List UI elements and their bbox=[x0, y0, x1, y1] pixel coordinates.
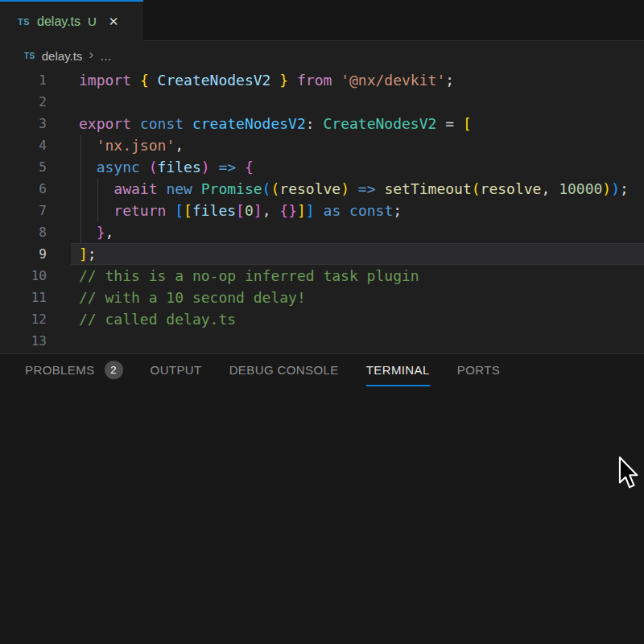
breadcrumb-symbol-ellipsis[interactable]: … bbox=[100, 49, 112, 63]
panel-tab-label: DEBUG CONSOLE bbox=[229, 363, 339, 377]
code-text: }, bbox=[79, 221, 114, 243]
current-line-highlight bbox=[71, 243, 644, 265]
problems-count-badge: 2 bbox=[105, 361, 123, 379]
line-number: 8 bbox=[0, 221, 47, 243]
close-icon[interactable]: ✕ bbox=[109, 15, 119, 27]
line-number: 12 bbox=[0, 308, 47, 330]
code-text: await new Promise((resolve) => setTimeou… bbox=[79, 178, 629, 200]
breadcrumb-file[interactable]: delay.ts bbox=[42, 49, 83, 63]
line-number: 6 bbox=[0, 178, 47, 200]
code-line[interactable]: 10// this is a no-op inferred task plugi… bbox=[0, 265, 644, 287]
code-text: import { CreateNodesV2 } from '@nx/devki… bbox=[79, 69, 454, 91]
panel-tab-terminal[interactable]: TERMINAL bbox=[366, 354, 430, 386]
code-line[interactable]: 3export const createNodesV2: CreateNodes… bbox=[0, 113, 644, 134]
panel-tabs: PROBLEMS2OUTPUTDEBUG CONSOLETERMINALPORT… bbox=[0, 354, 644, 386]
panel-tab-output[interactable]: OUTPUT bbox=[151, 354, 202, 386]
chevron-right-icon: › bbox=[89, 47, 93, 63]
code-lines[interactable]: 1import { CreateNodesV2 } from '@nx/devk… bbox=[0, 69, 644, 352]
panel-tab-label: TERMINAL bbox=[366, 363, 430, 377]
line-number: 1 bbox=[0, 69, 47, 91]
code-line[interactable]: 11// with a 10 second delay! bbox=[0, 287, 644, 308]
line-number: 9 bbox=[0, 243, 47, 265]
code-text: // this is a no-op inferred task plugin bbox=[79, 265, 419, 287]
panel-tab-label: PROBLEMS bbox=[25, 363, 95, 377]
typescript-file-icon: TS bbox=[24, 52, 35, 60]
code-line[interactable]: 8 }, bbox=[0, 221, 644, 243]
code-line[interactable]: 1import { CreateNodesV2 } from '@nx/devk… bbox=[0, 69, 644, 91]
panel-tab-problems[interactable]: PROBLEMS2 bbox=[25, 354, 123, 386]
line-number: 2 bbox=[0, 91, 47, 113]
code-line[interactable]: 7 return [[files[0], {}]] as const; bbox=[0, 200, 644, 221]
line-number: 7 bbox=[0, 200, 47, 221]
code-line[interactable]: 4 'nx.json', bbox=[0, 134, 644, 156]
panel-tab-label: PORTS bbox=[457, 363, 500, 377]
code-line[interactable]: 12// called delay.ts bbox=[0, 308, 644, 330]
code-line[interactable]: 6 await new Promise((resolve) => setTime… bbox=[0, 178, 644, 200]
line-number: 11 bbox=[0, 287, 47, 308]
line-number: 5 bbox=[0, 156, 47, 178]
typescript-file-icon: TS bbox=[18, 17, 30, 27]
code-text: async (files) => { bbox=[79, 156, 254, 178]
code-text: // called delay.ts bbox=[79, 308, 236, 330]
line-number: 4 bbox=[0, 134, 47, 156]
code-text: export const createNodesV2: CreateNodesV… bbox=[79, 113, 472, 134]
code-line[interactable]: 13 bbox=[0, 330, 644, 352]
mouse-cursor-icon bbox=[618, 456, 639, 493]
git-untracked-badge: U bbox=[88, 14, 97, 28]
bottom-panel: PROBLEMS2OUTPUTDEBUG CONSOLETERMINALPORT… bbox=[0, 353, 644, 644]
breadcrumb[interactable]: TS delay.ts › … bbox=[0, 42, 644, 69]
code-text: 'nx.json', bbox=[79, 134, 184, 156]
tab-title: delay.ts bbox=[37, 14, 80, 29]
code-text: // with a 10 second delay! bbox=[79, 287, 306, 308]
code-text: ]; bbox=[79, 243, 97, 265]
editor-tab-delay-ts[interactable]: TS delay.ts U ✕ bbox=[0, 0, 143, 41]
panel-tab-ports[interactable]: PORTS bbox=[457, 354, 500, 386]
line-number: 13 bbox=[0, 330, 47, 352]
editor-tab-bar: TS delay.ts U ✕ bbox=[0, 0, 644, 41]
line-number: 3 bbox=[0, 113, 47, 134]
panel-tab-debug-console[interactable]: DEBUG CONSOLE bbox=[229, 354, 339, 386]
code-line[interactable]: 5 async (files) => { bbox=[0, 156, 644, 178]
code-line[interactable]: 2 bbox=[0, 91, 644, 113]
line-number: 10 bbox=[0, 265, 47, 287]
code-line[interactable]: 9]; bbox=[0, 243, 644, 265]
panel-tab-label: OUTPUT bbox=[151, 363, 202, 377]
code-text: return [[files[0], {}]] as const; bbox=[79, 200, 402, 221]
